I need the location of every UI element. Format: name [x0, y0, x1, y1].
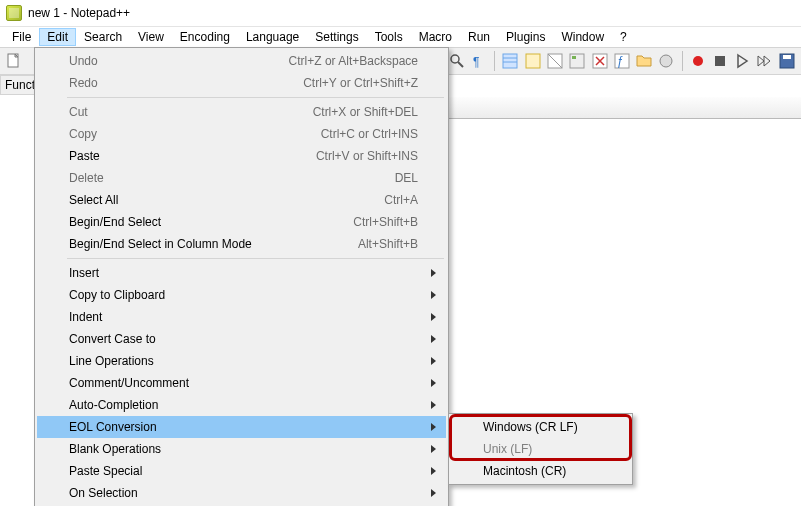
function-list-icon[interactable]: ƒ: [612, 50, 632, 72]
eol-macintosh[interactable]: Macintosh (CR): [451, 460, 630, 482]
menu-settings[interactable]: Settings: [307, 28, 366, 46]
save-macro-icon[interactable]: [777, 50, 797, 72]
submenu-arrow-icon: [431, 445, 436, 453]
edit-indent[interactable]: Indent: [37, 306, 446, 328]
svg-point-3: [451, 55, 459, 63]
app-icon: [6, 5, 22, 21]
svg-rect-21: [783, 55, 791, 59]
svg-point-18: [693, 56, 703, 66]
menu-edit[interactable]: Edit: [39, 28, 76, 46]
edit-line-operations[interactable]: Line Operations: [37, 350, 446, 372]
submenu-arrow-icon: [431, 335, 436, 343]
submenu-arrow-icon: [431, 313, 436, 321]
menu-separator: [67, 258, 444, 259]
eol-windows[interactable]: Windows (CR LF): [451, 416, 630, 438]
menu-plugins[interactable]: Plugins: [498, 28, 553, 46]
toolbar-separator: [682, 51, 683, 71]
edit-auto-completion[interactable]: Auto-Completion: [37, 394, 446, 416]
menu-file[interactable]: File: [4, 28, 39, 46]
submenu-arrow-icon: [431, 423, 436, 431]
pilcrow-icon[interactable]: ¶: [469, 50, 489, 72]
new-file-icon[interactable]: [4, 50, 24, 72]
folder-icon[interactable]: [634, 50, 654, 72]
edit-blank-operations[interactable]: Blank Operations: [37, 438, 446, 460]
submenu-arrow-icon: [431, 269, 436, 277]
menu-help[interactable]: ?: [612, 28, 635, 46]
edit-eol-conversion[interactable]: EOL Conversion: [37, 416, 446, 438]
submenu-arrow-icon: [431, 357, 436, 365]
indent-guide-icon[interactable]: [500, 50, 520, 72]
titlebar: new 1 - Notepad++: [0, 0, 801, 27]
edit-paste[interactable]: PasteCtrl+V or Shift+INS: [37, 145, 446, 167]
menu-search[interactable]: Search: [76, 28, 130, 46]
toolbar-separator: [494, 51, 495, 71]
edit-dropdown: UndoCtrl+Z or Alt+Backspace RedoCtrl+Y o…: [34, 47, 449, 506]
edit-begin-end-column[interactable]: Begin/End Select in Column ModeAlt+Shift…: [37, 233, 446, 255]
svg-rect-19: [715, 56, 725, 66]
edit-delete[interactable]: DeleteDEL: [37, 167, 446, 189]
edit-cut[interactable]: CutCtrl+X or Shift+DEL: [37, 101, 446, 123]
window-title: new 1 - Notepad++: [28, 6, 130, 20]
submenu-arrow-icon: [431, 291, 436, 299]
edit-on-selection[interactable]: On Selection: [37, 482, 446, 504]
edit-copy-clipboard[interactable]: Copy to Clipboard: [37, 284, 446, 306]
menu-window[interactable]: Window: [553, 28, 612, 46]
edit-select-all[interactable]: Select AllCtrl+A: [37, 189, 446, 211]
menu-language[interactable]: Language: [238, 28, 307, 46]
doc-map-icon[interactable]: [567, 50, 587, 72]
edit-redo[interactable]: RedoCtrl+Y or Ctrl+Shift+Z: [37, 72, 446, 94]
svg-text:ƒ: ƒ: [617, 54, 624, 68]
eol-unix[interactable]: Unix (LF): [451, 438, 630, 460]
record-icon[interactable]: [687, 50, 707, 72]
eol-submenu: Windows (CR LF) Unix (LF) Macintosh (CR): [448, 413, 633, 485]
submenu-arrow-icon: [431, 401, 436, 409]
doc-list-icon[interactable]: [589, 50, 609, 72]
fast-forward-icon[interactable]: [754, 50, 774, 72]
menu-run[interactable]: Run: [460, 28, 498, 46]
submenu-arrow-icon: [431, 379, 436, 387]
edit-convert-case[interactable]: Convert Case to: [37, 328, 446, 350]
svg-line-4: [458, 62, 463, 67]
menu-view[interactable]: View: [130, 28, 172, 46]
svg-rect-6: [503, 54, 517, 68]
edit-copy[interactable]: CopyCtrl+C or Ctrl+INS: [37, 123, 446, 145]
zoom-in-icon[interactable]: [447, 50, 467, 72]
submenu-arrow-icon: [431, 489, 436, 497]
stop-icon[interactable]: [710, 50, 730, 72]
svg-text:¶: ¶: [473, 55, 479, 69]
submenu-arrow-icon: [431, 467, 436, 475]
user-define-icon[interactable]: [545, 50, 565, 72]
monitor-icon[interactable]: [656, 50, 676, 72]
svg-point-17: [660, 55, 672, 67]
menubar: File Edit Search View Encoding Language …: [0, 27, 801, 47]
edit-begin-end-select[interactable]: Begin/End SelectCtrl+Shift+B: [37, 211, 446, 233]
edit-paste-special[interactable]: Paste Special: [37, 460, 446, 482]
play-icon[interactable]: [732, 50, 752, 72]
menu-separator: [67, 97, 444, 98]
edit-comment[interactable]: Comment/Uncomment: [37, 372, 446, 394]
menu-tools[interactable]: Tools: [367, 28, 411, 46]
word-wrap-icon[interactable]: [523, 50, 543, 72]
edit-undo[interactable]: UndoCtrl+Z or Alt+Backspace: [37, 50, 446, 72]
edit-insert[interactable]: Insert: [37, 262, 446, 284]
menu-encoding[interactable]: Encoding: [172, 28, 238, 46]
svg-rect-9: [526, 54, 540, 68]
svg-rect-13: [572, 56, 576, 59]
menu-macro[interactable]: Macro: [411, 28, 460, 46]
